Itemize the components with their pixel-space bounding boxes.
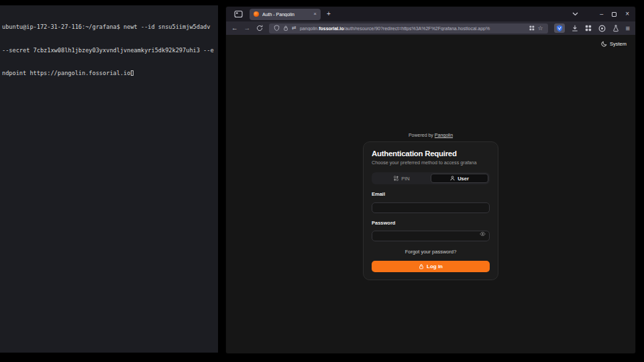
terminal-line: ndpoint https://pangolin.fossorial.io	[2, 70, 218, 78]
pangolin-favicon-icon	[254, 11, 259, 17]
menu-button[interactable]: ≡	[626, 25, 630, 32]
tab-title: Auth - Pangolin	[262, 12, 310, 17]
theme-label: System	[610, 41, 627, 47]
tab-user[interactable]: User	[431, 174, 488, 183]
auth-card: Authentication Required Choose your pref…	[363, 141, 498, 280]
reload-icon	[256, 25, 263, 32]
login-lock-icon	[419, 263, 424, 269]
terminal-cursor	[131, 70, 133, 76]
auth-card-title: Authentication Required	[372, 149, 490, 158]
firefox-view-button[interactable]	[234, 10, 243, 18]
eye-icon	[480, 231, 486, 237]
chevron-down-icon	[572, 12, 578, 16]
lock-icon	[283, 25, 288, 32]
email-field[interactable]	[372, 202, 490, 213]
terminal-line-text: ndpoint https://pangolin.fossorial.io	[2, 70, 130, 76]
password-input-wrap	[372, 229, 490, 242]
tabbar-right-controls: – ×	[572, 11, 629, 17]
page-content: System Powered by Pangolin Authenticatio…	[226, 35, 635, 353]
list-all-tabs-button[interactable]	[572, 12, 578, 16]
auth-method-tabs: PIN User	[372, 172, 490, 184]
download-icon	[572, 25, 578, 32]
new-tab-button[interactable]: +	[327, 11, 331, 17]
forgot-password-link[interactable]: Forgot your password?	[372, 249, 490, 255]
browser-toolbar: ← → ⇄ pangolin.fossorial.io/auth/resourc…	[226, 21, 635, 35]
flask-icon	[612, 25, 619, 32]
toolbar-extension-icons: ≡	[554, 23, 630, 33]
extensions-grid-icon	[585, 25, 592, 32]
tab-pin-label: PIN	[401, 176, 410, 182]
flask-extension-button[interactable]	[612, 25, 619, 32]
tracking-protection-shield-icon	[274, 25, 280, 32]
tab-pin[interactable]: PIN	[373, 174, 431, 183]
tab-to-search-icon: ⇄	[292, 25, 297, 31]
extensions-button[interactable]	[585, 25, 592, 32]
moon-icon	[601, 41, 607, 47]
pangolin-link[interactable]: Pangolin	[435, 133, 453, 137]
forward-button[interactable]: →	[244, 25, 251, 32]
login-button[interactable]: Log in	[372, 261, 490, 272]
user-icon	[450, 176, 455, 181]
theme-toggle[interactable]: System	[601, 41, 627, 47]
back-button[interactable]: ←	[231, 25, 238, 32]
auth-card-subtitle: Choose your preferred method to access g…	[372, 160, 490, 166]
window-maximize-button[interactable]	[612, 12, 616, 17]
blue-shield-extension-icon	[556, 25, 563, 32]
url-path: /auth/resource/90?redirect=https%3A%2F%2…	[343, 26, 490, 31]
containers-grid-icon[interactable]	[529, 25, 535, 31]
bookmark-star-icon[interactable]: ☆	[538, 25, 543, 32]
tab-user-label: User	[458, 176, 469, 182]
browser-tab-bar: Auth - Pangolin × + – ×	[226, 7, 635, 21]
address-bar[interactable]: ⇄ pangolin.fossorial.io/auth/resource/90…	[269, 23, 548, 34]
url-prefix: pangolin.	[300, 26, 319, 31]
record-extension-button[interactable]	[598, 25, 606, 32]
password-field[interactable]	[372, 231, 490, 241]
auth-section: Powered by Pangolin Authentication Requi…	[363, 133, 498, 280]
terminal-line: --secret 7cbz1xw08lh1jbzey03yxvndljvneam…	[2, 47, 218, 55]
downloads-button[interactable]	[572, 25, 578, 32]
show-password-toggle[interactable]	[480, 231, 486, 237]
email-input-wrap	[372, 200, 490, 213]
url-text: pangolin.fossorial.io/auth/resource/90?r…	[300, 26, 526, 31]
terminal-window[interactable]: ubuntu@ip-172-31-27-116:~/grafana$ newt …	[0, 5, 218, 353]
window-minimize-button[interactable]: –	[600, 11, 603, 17]
shield-extension-button[interactable]	[554, 23, 565, 33]
window-close-button[interactable]: ×	[625, 11, 629, 17]
browser-window: Auth - Pangolin × + – × ← →	[226, 7, 635, 353]
reload-button[interactable]	[256, 25, 263, 32]
powered-by: Powered by Pangolin	[363, 133, 498, 137]
terminal-line: ubuntu@ip-172-31-27-116:~/grafana$ newt …	[2, 23, 218, 32]
pin-keypad-icon	[394, 176, 398, 181]
browser-tab-auth-pangolin[interactable]: Auth - Pangolin ×	[250, 9, 321, 20]
password-label: Password	[372, 220, 490, 226]
url-domain: fossorial.io	[319, 26, 343, 31]
login-button-label: Log in	[427, 263, 443, 269]
record-circle-icon	[598, 25, 606, 32]
tab-close-icon[interactable]: ×	[313, 11, 317, 17]
email-label: Email	[372, 191, 490, 197]
firefox-view-icon	[234, 10, 243, 18]
powered-by-text: Powered by	[409, 133, 433, 137]
